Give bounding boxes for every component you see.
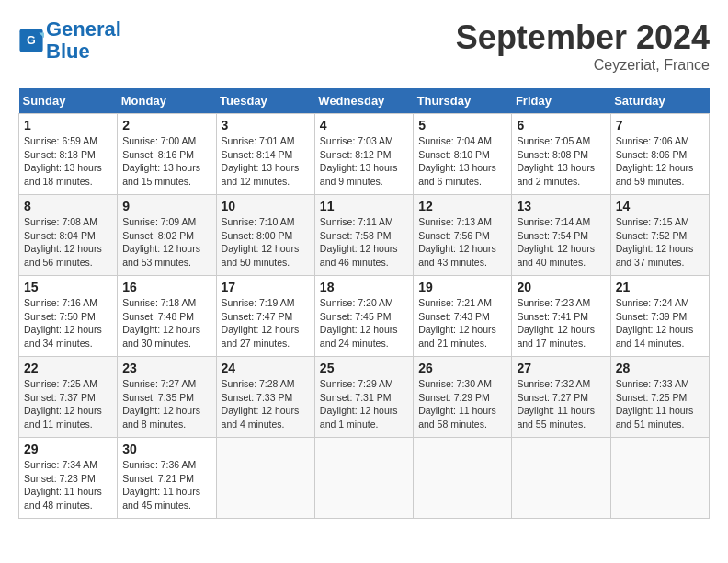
day-number: 11 [320, 199, 408, 213]
week-row-2: 8Sunrise: 7:08 AMSunset: 8:04 PMDaylight… [19, 195, 710, 276]
day-number: 2 [122, 118, 210, 132]
day-number: 7 [616, 118, 704, 132]
day-detail: Sunrise: 7:04 AMSunset: 8:10 PMDaylight:… [418, 134, 506, 189]
day-cell-29: 29Sunrise: 7:34 AMSunset: 7:23 PMDayligh… [19, 438, 118, 519]
day-number: 20 [517, 280, 605, 294]
day-cell-12: 12Sunrise: 7:13 AMSunset: 7:56 PMDayligh… [414, 195, 512, 276]
day-number: 30 [122, 442, 210, 456]
day-header-friday: Friday [512, 88, 610, 114]
week-row-4: 22Sunrise: 7:25 AMSunset: 7:37 PMDayligh… [19, 357, 710, 438]
day-cell-20: 20Sunrise: 7:23 AMSunset: 7:41 PMDayligh… [512, 276, 610, 357]
day-number: 8 [24, 199, 112, 213]
day-cell-6: 6Sunrise: 7:05 AMSunset: 8:08 PMDaylight… [512, 114, 610, 195]
week-row-5: 29Sunrise: 7:34 AMSunset: 7:23 PMDayligh… [19, 438, 710, 519]
day-detail: Sunrise: 7:08 AMSunset: 8:04 PMDaylight:… [24, 215, 112, 270]
day-number: 1 [24, 118, 112, 132]
day-cell-16: 16Sunrise: 7:18 AMSunset: 7:48 PMDayligh… [118, 276, 216, 357]
day-number: 5 [418, 118, 506, 132]
empty-cell [512, 438, 610, 519]
day-cell-27: 27Sunrise: 7:32 AMSunset: 7:27 PMDayligh… [512, 357, 610, 438]
day-number: 21 [616, 280, 704, 294]
day-detail: Sunrise: 7:11 AMSunset: 7:58 PMDaylight:… [320, 215, 408, 270]
day-number: 17 [222, 280, 310, 294]
logo-icon: G [18, 28, 44, 53]
day-cell-9: 9Sunrise: 7:09 AMSunset: 8:02 PMDaylight… [118, 195, 216, 276]
day-cell-8: 8Sunrise: 7:08 AMSunset: 8:04 PMDaylight… [19, 195, 118, 276]
day-detail: Sunrise: 7:23 AMSunset: 7:41 PMDaylight:… [517, 296, 605, 350]
day-detail: Sunrise: 7:05 AMSunset: 8:08 PMDaylight:… [517, 134, 605, 189]
day-cell-15: 15Sunrise: 7:16 AMSunset: 7:50 PMDayligh… [19, 276, 118, 357]
day-number: 3 [222, 118, 310, 132]
day-header-wednesday: Wednesday [314, 88, 413, 114]
empty-cell [216, 438, 314, 519]
day-detail: Sunrise: 7:24 AMSunset: 7:39 PMDaylight:… [616, 296, 704, 350]
day-detail: Sunrise: 7:00 AMSunset: 8:16 PMDaylight:… [122, 134, 210, 189]
day-detail: Sunrise: 7:10 AMSunset: 8:00 PMDaylight:… [222, 215, 310, 270]
day-detail: Sunrise: 7:15 AMSunset: 7:52 PMDaylight:… [616, 215, 704, 270]
day-header-thursday: Thursday [414, 88, 512, 114]
calendar-table: SundayMondayTuesdayWednesdayThursdayFrid… [18, 88, 710, 519]
day-cell-30: 30Sunrise: 7:36 AMSunset: 7:21 PMDayligh… [118, 438, 216, 519]
day-number: 22 [24, 361, 112, 375]
day-detail: Sunrise: 7:32 AMSunset: 7:27 PMDaylight:… [517, 377, 605, 431]
day-number: 15 [24, 280, 112, 294]
day-cell-5: 5Sunrise: 7:04 AMSunset: 8:10 PMDaylight… [414, 114, 512, 195]
day-cell-13: 13Sunrise: 7:14 AMSunset: 7:54 PMDayligh… [512, 195, 610, 276]
day-detail: Sunrise: 7:01 AMSunset: 8:14 PMDaylight:… [222, 134, 310, 189]
day-header-tuesday: Tuesday [216, 88, 314, 114]
logo-text: General Blue [46, 18, 121, 63]
empty-cell [414, 438, 512, 519]
day-number: 27 [517, 361, 605, 375]
day-number: 25 [320, 361, 408, 375]
day-number: 26 [418, 361, 506, 375]
day-number: 28 [616, 361, 704, 375]
day-detail: Sunrise: 7:13 AMSunset: 7:56 PMDaylight:… [418, 215, 506, 270]
day-cell-3: 3Sunrise: 7:01 AMSunset: 8:14 PMDaylight… [216, 114, 314, 195]
day-cell-2: 2Sunrise: 7:00 AMSunset: 8:16 PMDaylight… [118, 114, 216, 195]
day-detail: Sunrise: 7:18 AMSunset: 7:48 PMDaylight:… [122, 296, 210, 350]
day-cell-28: 28Sunrise: 7:33 AMSunset: 7:25 PMDayligh… [610, 357, 709, 438]
day-number: 9 [122, 199, 210, 213]
month-title: September 2024 [456, 18, 710, 57]
day-detail: Sunrise: 7:16 AMSunset: 7:50 PMDaylight:… [24, 296, 112, 350]
day-cell-18: 18Sunrise: 7:20 AMSunset: 7:45 PMDayligh… [314, 276, 413, 357]
day-header-sunday: Sunday [19, 88, 118, 114]
day-number: 23 [122, 361, 210, 375]
day-cell-23: 23Sunrise: 7:27 AMSunset: 7:35 PMDayligh… [118, 357, 216, 438]
day-number: 14 [616, 199, 704, 213]
day-cell-22: 22Sunrise: 7:25 AMSunset: 7:37 PMDayligh… [19, 357, 118, 438]
day-cell-4: 4Sunrise: 7:03 AMSunset: 8:12 PMDaylight… [314, 114, 413, 195]
day-number: 24 [222, 361, 310, 375]
day-detail: Sunrise: 7:34 AMSunset: 7:23 PMDaylight:… [24, 458, 112, 512]
week-row-3: 15Sunrise: 7:16 AMSunset: 7:50 PMDayligh… [19, 276, 710, 357]
day-detail: Sunrise: 7:30 AMSunset: 7:29 PMDaylight:… [418, 377, 506, 431]
day-header-saturday: Saturday [610, 88, 709, 114]
empty-cell [314, 438, 413, 519]
day-number: 4 [320, 118, 408, 132]
day-cell-17: 17Sunrise: 7:19 AMSunset: 7:47 PMDayligh… [216, 276, 314, 357]
logo: G General Blue [18, 18, 121, 63]
day-number: 18 [320, 280, 408, 294]
day-detail: Sunrise: 6:59 AMSunset: 8:18 PMDaylight:… [24, 134, 112, 189]
day-detail: Sunrise: 7:28 AMSunset: 7:33 PMDaylight:… [222, 377, 310, 431]
day-number: 29 [24, 442, 112, 456]
day-number: 6 [517, 118, 605, 132]
day-number: 16 [122, 280, 210, 294]
day-detail: Sunrise: 7:27 AMSunset: 7:35 PMDaylight:… [122, 377, 210, 431]
day-cell-21: 21Sunrise: 7:24 AMSunset: 7:39 PMDayligh… [610, 276, 709, 357]
day-detail: Sunrise: 7:33 AMSunset: 7:25 PMDaylight:… [616, 377, 704, 431]
week-row-1: 1Sunrise: 6:59 AMSunset: 8:18 PMDaylight… [19, 114, 710, 195]
day-detail: Sunrise: 7:09 AMSunset: 8:02 PMDaylight:… [122, 215, 210, 270]
day-detail: Sunrise: 7:21 AMSunset: 7:43 PMDaylight:… [418, 296, 506, 350]
day-detail: Sunrise: 7:19 AMSunset: 7:47 PMDaylight:… [222, 296, 310, 350]
day-detail: Sunrise: 7:29 AMSunset: 7:31 PMDaylight:… [320, 377, 408, 431]
day-cell-19: 19Sunrise: 7:21 AMSunset: 7:43 PMDayligh… [414, 276, 512, 357]
day-cell-26: 26Sunrise: 7:30 AMSunset: 7:29 PMDayligh… [414, 357, 512, 438]
day-number: 12 [418, 199, 506, 213]
header-row: SundayMondayTuesdayWednesdayThursdayFrid… [19, 88, 710, 114]
title-block: September 2024 Ceyzeriat, France [456, 18, 710, 74]
empty-cell [610, 438, 709, 519]
day-cell-7: 7Sunrise: 7:06 AMSunset: 8:06 PMDaylight… [610, 114, 709, 195]
day-number: 13 [517, 199, 605, 213]
day-cell-24: 24Sunrise: 7:28 AMSunset: 7:33 PMDayligh… [216, 357, 314, 438]
